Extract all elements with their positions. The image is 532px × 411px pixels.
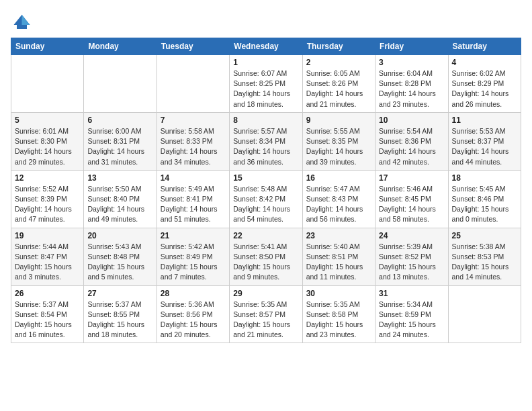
day-number: 28 bbox=[161, 289, 226, 298]
calendar-day-cell: 28 Sunrise: 5:36 AMSunset: 8:56 PMDaylig… bbox=[157, 285, 229, 343]
day-number: 31 bbox=[379, 289, 444, 298]
day-number: 26 bbox=[15, 289, 80, 298]
day-info: Sunrise: 5:49 AMSunset: 8:41 PMDaylight:… bbox=[161, 184, 226, 225]
calendar-day-cell: 16 Sunrise: 5:47 AMSunset: 8:43 PMDaylig… bbox=[302, 170, 375, 228]
day-number: 24 bbox=[379, 231, 444, 240]
day-info: Sunrise: 5:48 AMSunset: 8:42 PMDaylight:… bbox=[233, 184, 298, 225]
calendar-day-cell: 29 Sunrise: 5:35 AMSunset: 8:57 PMDaylig… bbox=[230, 285, 302, 343]
calendar-week-row: 12 Sunrise: 5:52 AMSunset: 8:39 PMDaylig… bbox=[11, 170, 521, 228]
day-number: 15 bbox=[233, 173, 298, 183]
weekday-header-cell: Tuesday bbox=[157, 38, 229, 55]
day-number: 2 bbox=[306, 58, 371, 67]
calendar-day-cell: 8 Sunrise: 5:57 AMSunset: 8:34 PMDayligh… bbox=[230, 112, 302, 170]
day-number: 8 bbox=[233, 116, 298, 125]
weekday-header-cell: Wednesday bbox=[230, 38, 302, 55]
calendar-week-row: 26 Sunrise: 5:37 AMSunset: 8:54 PMDaylig… bbox=[11, 285, 521, 343]
calendar-day-cell: 22 Sunrise: 5:41 AMSunset: 8:50 PMDaylig… bbox=[230, 228, 302, 285]
day-info: Sunrise: 5:57 AMSunset: 8:34 PMDaylight:… bbox=[233, 126, 298, 167]
day-info: Sunrise: 5:37 AMSunset: 8:54 PMDaylight:… bbox=[15, 300, 80, 340]
calendar-day-cell bbox=[448, 285, 521, 343]
calendar-day-cell: 20 Sunrise: 5:43 AMSunset: 8:48 PMDaylig… bbox=[84, 228, 157, 285]
day-info: Sunrise: 5:55 AMSunset: 8:35 PMDaylight:… bbox=[306, 126, 371, 167]
calendar-day-cell bbox=[84, 55, 157, 113]
day-number: 4 bbox=[452, 58, 517, 67]
day-info: Sunrise: 5:47 AMSunset: 8:43 PMDaylight:… bbox=[306, 184, 371, 225]
day-number: 13 bbox=[87, 173, 152, 183]
calendar-day-cell: 5 Sunrise: 6:01 AMSunset: 8:30 PMDayligh… bbox=[11, 112, 84, 170]
day-info: Sunrise: 5:42 AMSunset: 8:49 PMDaylight:… bbox=[161, 242, 226, 283]
day-info: Sunrise: 6:07 AMSunset: 8:25 PMDaylight:… bbox=[233, 68, 298, 109]
calendar-day-cell: 1 Sunrise: 6:07 AMSunset: 8:25 PMDayligh… bbox=[230, 55, 302, 113]
day-number: 14 bbox=[161, 173, 226, 183]
calendar-day-cell: 27 Sunrise: 5:37 AMSunset: 8:55 PMDaylig… bbox=[84, 285, 157, 343]
calendar-day-cell: 10 Sunrise: 5:54 AMSunset: 8:36 PMDaylig… bbox=[375, 112, 448, 170]
day-info: Sunrise: 6:00 AMSunset: 8:31 PMDaylight:… bbox=[87, 126, 152, 167]
calendar-day-cell: 15 Sunrise: 5:48 AMSunset: 8:42 PMDaylig… bbox=[230, 170, 302, 228]
weekday-header-cell: Monday bbox=[84, 38, 157, 55]
page-header bbox=[11, 11, 521, 31]
weekday-header-cell: Thursday bbox=[302, 38, 375, 55]
day-number: 12 bbox=[15, 173, 80, 183]
calendar-day-cell: 23 Sunrise: 5:40 AMSunset: 8:51 PMDaylig… bbox=[302, 228, 375, 285]
day-number: 1 bbox=[233, 58, 298, 67]
day-number: 10 bbox=[379, 116, 444, 125]
day-info: Sunrise: 5:35 AMSunset: 8:57 PMDaylight:… bbox=[233, 300, 298, 340]
calendar-day-cell: 26 Sunrise: 5:37 AMSunset: 8:54 PMDaylig… bbox=[11, 285, 84, 343]
weekday-header-cell: Sunday bbox=[11, 38, 84, 55]
day-number: 5 bbox=[15, 116, 80, 125]
day-number: 16 bbox=[306, 173, 371, 183]
day-info: Sunrise: 5:53 AMSunset: 8:37 PMDaylight:… bbox=[452, 126, 517, 167]
calendar-week-row: 5 Sunrise: 6:01 AMSunset: 8:30 PMDayligh… bbox=[11, 112, 521, 170]
calendar-day-cell bbox=[157, 55, 229, 113]
day-number: 27 bbox=[87, 289, 152, 298]
day-info: Sunrise: 5:41 AMSunset: 8:50 PMDaylight:… bbox=[233, 242, 298, 283]
day-number: 18 bbox=[452, 173, 517, 183]
calendar-day-cell: 9 Sunrise: 5:55 AMSunset: 8:35 PMDayligh… bbox=[302, 112, 375, 170]
day-info: Sunrise: 5:38 AMSunset: 8:53 PMDaylight:… bbox=[452, 242, 517, 283]
weekday-header-cell: Friday bbox=[375, 38, 448, 55]
calendar-day-cell: 6 Sunrise: 6:00 AMSunset: 8:31 PMDayligh… bbox=[84, 112, 157, 170]
weekday-header-row: SundayMondayTuesdayWednesdayThursdayFrid… bbox=[11, 38, 521, 55]
day-info: Sunrise: 5:54 AMSunset: 8:36 PMDaylight:… bbox=[379, 126, 444, 167]
day-info: Sunrise: 5:58 AMSunset: 8:33 PMDaylight:… bbox=[161, 126, 226, 167]
calendar-day-cell: 3 Sunrise: 6:04 AMSunset: 8:28 PMDayligh… bbox=[375, 55, 448, 113]
day-number: 9 bbox=[306, 116, 371, 125]
day-number: 23 bbox=[306, 231, 371, 240]
day-info: Sunrise: 5:35 AMSunset: 8:58 PMDaylight:… bbox=[306, 300, 371, 340]
day-number: 21 bbox=[161, 231, 226, 240]
day-info: Sunrise: 6:02 AMSunset: 8:29 PMDaylight:… bbox=[452, 68, 517, 109]
day-info: Sunrise: 5:39 AMSunset: 8:52 PMDaylight:… bbox=[379, 242, 444, 283]
day-number: 11 bbox=[452, 116, 517, 125]
day-info: Sunrise: 5:37 AMSunset: 8:55 PMDaylight:… bbox=[87, 300, 152, 340]
calendar-day-cell: 30 Sunrise: 5:35 AMSunset: 8:58 PMDaylig… bbox=[302, 285, 375, 343]
day-number: 3 bbox=[379, 58, 444, 67]
day-info: Sunrise: 6:04 AMSunset: 8:28 PMDaylight:… bbox=[379, 68, 444, 109]
day-info: Sunrise: 5:50 AMSunset: 8:40 PMDaylight:… bbox=[87, 184, 152, 225]
day-info: Sunrise: 5:46 AMSunset: 8:45 PMDaylight:… bbox=[379, 184, 444, 225]
calendar-day-cell: 13 Sunrise: 5:50 AMSunset: 8:40 PMDaylig… bbox=[84, 170, 157, 228]
calendar-day-cell: 31 Sunrise: 5:34 AMSunset: 8:59 PMDaylig… bbox=[375, 285, 448, 343]
calendar-day-cell: 25 Sunrise: 5:38 AMSunset: 8:53 PMDaylig… bbox=[448, 228, 521, 285]
day-info: Sunrise: 5:36 AMSunset: 8:56 PMDaylight:… bbox=[161, 300, 226, 340]
day-number: 7 bbox=[161, 116, 226, 125]
calendar-week-row: 1 Sunrise: 6:07 AMSunset: 8:25 PMDayligh… bbox=[11, 55, 521, 113]
calendar-week-row: 19 Sunrise: 5:44 AMSunset: 8:47 PMDaylig… bbox=[11, 228, 521, 285]
svg-marker-1 bbox=[22, 15, 30, 25]
day-number: 6 bbox=[87, 116, 152, 125]
calendar-day-cell: 7 Sunrise: 5:58 AMSunset: 8:33 PMDayligh… bbox=[157, 112, 229, 170]
day-number: 17 bbox=[379, 173, 444, 183]
calendar-day-cell: 2 Sunrise: 6:05 AMSunset: 8:26 PMDayligh… bbox=[302, 55, 375, 113]
day-info: Sunrise: 5:52 AMSunset: 8:39 PMDaylight:… bbox=[15, 184, 80, 225]
calendar-body: 1 Sunrise: 6:07 AMSunset: 8:25 PMDayligh… bbox=[11, 55, 521, 343]
calendar-day-cell bbox=[11, 55, 84, 113]
day-info: Sunrise: 5:43 AMSunset: 8:48 PMDaylight:… bbox=[87, 242, 152, 283]
day-info: Sunrise: 5:45 AMSunset: 8:46 PMDaylight:… bbox=[452, 184, 517, 225]
day-info: Sunrise: 6:05 AMSunset: 8:26 PMDaylight:… bbox=[306, 68, 371, 109]
calendar-day-cell: 11 Sunrise: 5:53 AMSunset: 8:37 PMDaylig… bbox=[448, 112, 521, 170]
calendar-day-cell: 17 Sunrise: 5:46 AMSunset: 8:45 PMDaylig… bbox=[375, 170, 448, 228]
logo-icon bbox=[11, 11, 31, 31]
day-info: Sunrise: 5:40 AMSunset: 8:51 PMDaylight:… bbox=[306, 242, 371, 283]
day-number: 20 bbox=[87, 231, 152, 240]
logo bbox=[11, 11, 31, 31]
calendar-day-cell: 18 Sunrise: 5:45 AMSunset: 8:46 PMDaylig… bbox=[448, 170, 521, 228]
